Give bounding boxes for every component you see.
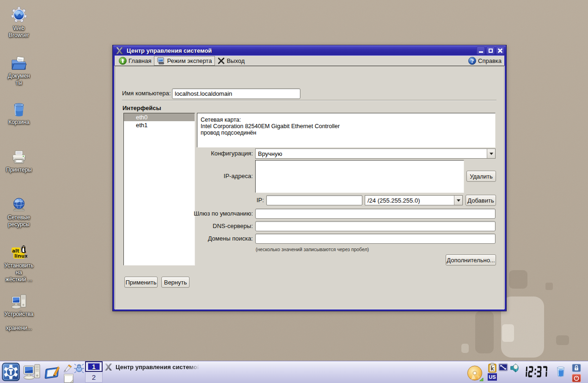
add-button[interactable]: Добавить [466, 195, 496, 206]
configuration-label: Конфигурация: [160, 148, 253, 159]
pager-desktop-1[interactable]: 1 [85, 361, 103, 372]
hostname-input[interactable] [172, 88, 300, 99]
launcher-notes[interactable] [63, 374, 74, 383]
desktop-icon-documents[interactable]: Документы [0, 56, 38, 86]
desktop-icon-network-resources[interactable]: Сетевыересурсы [0, 197, 38, 228]
space-separated-hint: (несколько значений записываются через п… [256, 247, 369, 252]
launcher-desktop-settings[interactable] [43, 364, 62, 381]
bg-rounded-square-light-3 [461, 344, 469, 353]
network-globe-icon [11, 197, 27, 213]
bg-rounded-square-dark-2 [545, 283, 553, 290]
advanced-button[interactable]: Дополнительно... [446, 254, 496, 266]
nic-info-text: Сетевая карта: Intel Corporation 82540EM… [197, 113, 495, 136]
interface-item-eth0[interactable]: eth0 [124, 113, 195, 121]
dns-servers-label: DNS-серверы: [160, 221, 253, 231]
control-center-window: Центр управления системой Главная [112, 45, 507, 311]
desktop-pager: 1 2 [85, 361, 103, 383]
netmask-value: /24 (255.255.255.0) [365, 197, 454, 204]
delete-button[interactable]: Удалить [466, 171, 496, 182]
dns-servers-input[interactable] [255, 221, 496, 231]
desktop-icon-label: Принтеры [0, 167, 38, 173]
desktop-icon-label-line: хранени... [0, 325, 38, 332]
desktop-icon-trash[interactable]: Корзина [0, 102, 38, 126]
desktop-icon-label-line: ты [0, 80, 38, 86]
chevron-down-icon [457, 199, 460, 202]
kde-menu-button[interactable] [2, 363, 20, 381]
window-toolbar: Главная Режим эксперта Выход [115, 56, 504, 66]
tray-keyboard-layout-indicator[interactable]: US [488, 373, 497, 381]
desktop-icon-label-line: жёсткий ... [0, 276, 38, 283]
x11-logo-icon [104, 363, 112, 371]
launcher-drawing-pen[interactable] [63, 364, 74, 372]
tray-klipper-clipboard-icon[interactable]: k [488, 363, 497, 373]
pager-desktop-2[interactable]: 2 [85, 372, 103, 383]
nic-info-panel: Сетевая карта: Intel Corporation 82540EM… [197, 113, 496, 148]
window-titlebar[interactable]: Центр управления системой [113, 45, 506, 56]
desktop-icon-label-line: ресурсы [0, 221, 38, 228]
trash-bin-icon [11, 102, 27, 117]
apply-button[interactable]: Применить [124, 277, 158, 288]
revert-button[interactable]: Вернуть [161, 277, 190, 288]
bg-rounded-square-dark-3 [475, 311, 494, 353]
dropdown-button[interactable] [454, 196, 462, 205]
interface-item-eth1[interactable]: eth1 [124, 121, 195, 129]
desktop-icon-label-line: на [0, 269, 38, 276]
ip-addresses-list[interactable] [255, 160, 464, 193]
svg-text:?: ? [471, 58, 474, 64]
maximize-button[interactable] [486, 46, 495, 55]
toolbar-home-button[interactable]: Главная [116, 56, 154, 66]
configuration-value: Вручную [256, 150, 487, 157]
tray-volume-icon[interactable] [510, 363, 519, 373]
toolbar-expert-mode-button[interactable]: Режим эксперта [154, 56, 215, 66]
altlinux-logo-icon: alt linux [11, 244, 27, 261]
printer-icon [11, 149, 27, 165]
configuration-select[interactable]: Вручную [255, 148, 496, 159]
expert-mode-monitor-icon [157, 57, 165, 65]
toolbar-expert-mode-label: Режим эксперта [167, 57, 212, 64]
desktop-icon-web-browser[interactable]: WebBrowser [0, 7, 38, 39]
gateway-input[interactable] [255, 209, 496, 219]
exit-x-icon [218, 57, 225, 64]
desktop-icon-storage-devices[interactable]: Устройствахранени... [0, 294, 38, 332]
nic-info-line: Intel Corporation 82540EM Gigabit Ethern… [201, 123, 495, 130]
maximize-icon [489, 49, 493, 53]
home-up-arrow-icon [119, 57, 127, 65]
toolbar-help-label: Справка [478, 57, 502, 64]
toolbar-exit-button[interactable]: Выход [215, 56, 247, 66]
desktop-icon-label: Устройствахранени... [0, 311, 38, 332]
tray-cd-disc-icon[interactable] [467, 365, 484, 382]
help-question-icon: ? [468, 57, 476, 65]
desktop-icon-label: Корзина [0, 119, 38, 126]
ip-input[interactable] [266, 195, 362, 205]
bg-rounded-square-dark-1 [509, 270, 527, 289]
keyboard-layout-label: US [489, 374, 496, 380]
search-domains-input[interactable] [255, 234, 496, 244]
close-button[interactable] [496, 46, 504, 55]
taskbar-task-control-center[interactable]: Центр управления системой [104, 362, 200, 371]
documents-folder-icon [11, 56, 27, 71]
desktop-icon-label-line: Browser [0, 32, 38, 39]
taskbar-clock[interactable] [522, 365, 548, 378]
minimize-button[interactable] [477, 46, 485, 55]
netmask-select[interactable]: /24 (255.255.255.0) [365, 195, 463, 205]
interfaces-label: Интерфейсы [122, 103, 161, 113]
svg-text:k: k [490, 365, 495, 372]
desktop: WebBrowser Документы Корзина [0, 0, 588, 383]
desktop-icon-label-line: Корзина [0, 119, 38, 126]
x11-logo-icon [116, 47, 123, 55]
dropdown-button[interactable] [487, 149, 495, 158]
launcher-system-computer[interactable] [23, 363, 41, 381]
pager-desktop-number: 2 [92, 373, 96, 381]
tray-screen-resize-icon[interactable] [498, 363, 508, 371]
minimize-icon [479, 51, 483, 53]
launcher-web-spider[interactable] [74, 364, 85, 373]
tray-lock-icon[interactable] [572, 364, 581, 372]
tray-shutdown-icon[interactable] [572, 374, 581, 383]
tray-water-glass-icon[interactable] [555, 364, 566, 380]
desktop-icon-install-to-hdd[interactable]: alt linux Установитьнажёсткий ... [0, 244, 38, 283]
desktop-icon-label-line: Сетевые [0, 214, 38, 221]
ip-label: IP: [257, 195, 264, 205]
computer-tower-icon [11, 294, 27, 309]
desktop-icon-printers[interactable]: Принтеры [0, 149, 38, 173]
toolbar-help-button[interactable]: ? Справка [466, 56, 504, 66]
